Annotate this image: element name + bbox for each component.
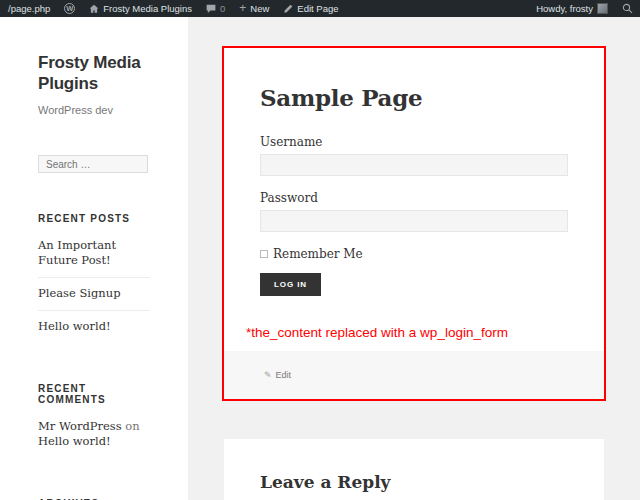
article-inner: Sample Page Username Password Remember M… bbox=[224, 48, 604, 399]
comments-menu[interactable]: 0 bbox=[199, 0, 232, 17]
avatar bbox=[597, 3, 608, 14]
recent-post-link[interactable]: Please Signup bbox=[38, 286, 121, 300]
my-account-menu[interactable]: Howdy, frosty bbox=[529, 0, 615, 17]
site-title[interactable]: Frosty Media Plugins bbox=[38, 52, 148, 95]
username-field[interactable] bbox=[260, 154, 568, 176]
recent-posts-widget: Recent Posts An Important Future Post! P… bbox=[38, 213, 148, 343]
comment-count: 0 bbox=[220, 3, 225, 14]
page-title: Sample Page bbox=[260, 84, 568, 111]
leave-a-reply-title: Leave a Reply bbox=[224, 439, 604, 492]
edit-label: Edit bbox=[276, 370, 292, 380]
remember-me-row: Remember Me bbox=[260, 247, 568, 261]
admin-bar-search[interactable] bbox=[615, 0, 640, 17]
home-icon bbox=[89, 4, 99, 14]
wordpress-logo-icon: W bbox=[64, 3, 75, 14]
edit-link[interactable]: ✎ Edit bbox=[264, 370, 291, 380]
username-label: Username bbox=[260, 135, 568, 149]
new-label: New bbox=[250, 3, 269, 14]
remember-me-checkbox[interactable] bbox=[260, 250, 268, 258]
search-input[interactable] bbox=[38, 155, 148, 173]
list-item[interactable]: Hello world! bbox=[38, 311, 150, 343]
entry-footer: ✎ Edit bbox=[224, 351, 604, 399]
main-content: Sample Page Username Password Remember M… bbox=[188, 17, 640, 500]
recent-post-link[interactable]: An Important Future Post! bbox=[38, 238, 116, 267]
page-path-label: /page.php bbox=[8, 3, 50, 14]
comments-bubble-icon bbox=[206, 4, 216, 13]
wp-login-form: Username Password Remember Me LOG IN bbox=[260, 135, 568, 296]
edit-page-menu[interactable]: Edit Page bbox=[276, 0, 345, 17]
password-label: Password bbox=[260, 191, 568, 205]
recent-comments-widget: Recent Comments Mr WordPress on Hello wo… bbox=[38, 383, 148, 458]
new-content-menu[interactable]: + New bbox=[232, 0, 276, 17]
list-item[interactable]: Please Signup bbox=[38, 278, 150, 311]
site-description: WordPress dev bbox=[38, 104, 148, 116]
recent-post-link[interactable]: Hello world! bbox=[38, 319, 111, 333]
list-item[interactable]: An Important Future Post! bbox=[38, 230, 150, 278]
howdy-label: Howdy, frosty bbox=[536, 3, 593, 14]
pencil-icon bbox=[283, 4, 293, 14]
wp-admin-bar: /page.php W Frosty Media Plugins 0 + New… bbox=[0, 0, 640, 17]
comment-connector: on bbox=[122, 419, 140, 433]
log-in-button[interactable]: LOG IN bbox=[260, 273, 321, 296]
recent-posts-title: Recent Posts bbox=[38, 213, 148, 224]
list-item[interactable]: Mr WordPress on Hello world! bbox=[38, 411, 150, 458]
comment-post-link[interactable]: Hello world! bbox=[38, 434, 111, 448]
sidebar: Frosty Media Plugins WordPress dev Recen… bbox=[0, 17, 188, 500]
recent-comments-title: Recent Comments bbox=[38, 383, 148, 405]
search-icon bbox=[622, 3, 633, 14]
pencil-icon: ✎ bbox=[264, 370, 272, 380]
comments-section: Leave a Reply bbox=[224, 439, 604, 500]
remember-me-label: Remember Me bbox=[273, 247, 363, 261]
site-name-label: Frosty Media Plugins bbox=[103, 3, 192, 14]
admin-bar-page-path: /page.php bbox=[0, 0, 57, 17]
edit-page-label: Edit Page bbox=[297, 3, 338, 14]
password-field[interactable] bbox=[260, 210, 568, 232]
comment-author-link[interactable]: Mr WordPress bbox=[38, 419, 122, 433]
site-name-menu[interactable]: Frosty Media Plugins bbox=[82, 0, 199, 17]
search-widget bbox=[38, 154, 148, 174]
plus-icon: + bbox=[239, 2, 246, 14]
wp-logo-menu[interactable]: W bbox=[57, 0, 82, 17]
sample-page-article: Sample Page Username Password Remember M… bbox=[222, 46, 606, 401]
annotation-text: *the_content replaced with a wp_login_fo… bbox=[246, 325, 568, 340]
